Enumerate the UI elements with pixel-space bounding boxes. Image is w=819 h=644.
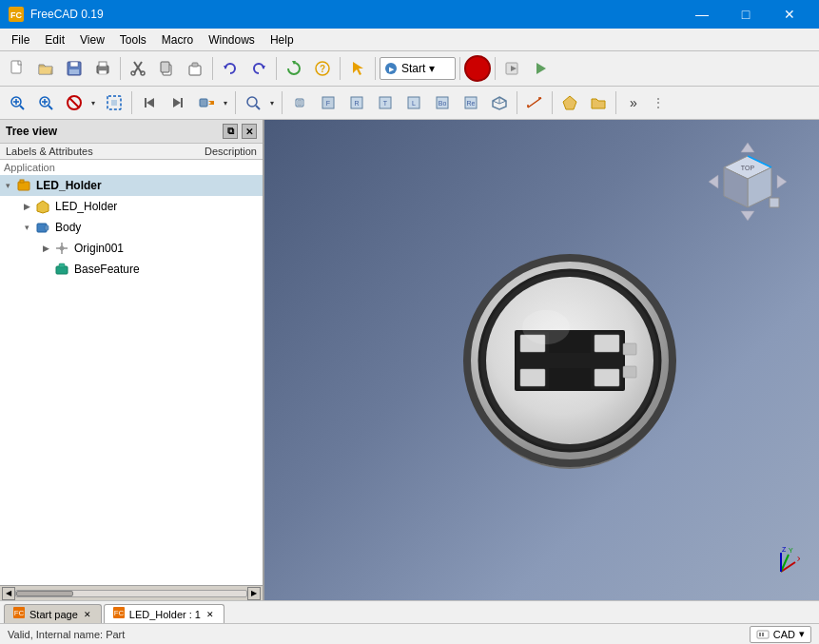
axis-indicator: X Y Z bbox=[762, 543, 800, 581]
folder-button[interactable] bbox=[585, 89, 612, 116]
menu-windows[interactable]: Windows bbox=[201, 31, 263, 49]
tree-item-led-holder-root[interactable]: ▾ LED_Holder bbox=[0, 175, 263, 196]
sync-button[interactable] bbox=[193, 89, 220, 116]
toolbar-handle[interactable]: ⋮ bbox=[649, 89, 668, 116]
sep-v6 bbox=[615, 91, 616, 114]
copy-button[interactable] bbox=[153, 55, 180, 82]
svg-rect-7 bbox=[99, 62, 107, 67]
tree-item-base-feature[interactable]: BaseFeature bbox=[0, 259, 263, 280]
scroll-thumb[interactable] bbox=[16, 591, 73, 596]
menu-edit[interactable]: Edit bbox=[37, 31, 72, 49]
zoom-dropdown-arrow[interactable]: ▾ bbox=[266, 89, 278, 116]
svg-text:Y: Y bbox=[789, 547, 793, 554]
left-view-button[interactable]: L bbox=[400, 89, 427, 116]
tab-start-page[interactable]: FC Start page ✕ bbox=[4, 604, 102, 623]
maximize-button[interactable]: □ bbox=[724, 0, 768, 29]
tree-restore-button[interactable]: ⧉ bbox=[223, 124, 238, 139]
svg-text:FC: FC bbox=[10, 10, 22, 20]
menu-macro[interactable]: Macro bbox=[154, 31, 201, 49]
top-view-button[interactable]: T bbox=[372, 89, 399, 116]
tree-item-origin[interactable]: ▶ Origin001 bbox=[0, 238, 263, 259]
help-button[interactable]: ? bbox=[309, 55, 336, 82]
back-button[interactable] bbox=[136, 89, 163, 116]
tree-close-button[interactable]: ✕ bbox=[242, 124, 257, 139]
sep-v3 bbox=[282, 91, 283, 114]
viewport[interactable]: TOP bbox=[264, 120, 819, 600]
print-button[interactable] bbox=[89, 55, 116, 82]
menu-file[interactable]: File bbox=[4, 31, 37, 49]
tree-expand-led-holder-child[interactable]: ▶ bbox=[19, 199, 34, 214]
undo-button[interactable] bbox=[217, 55, 244, 82]
svg-rect-72 bbox=[20, 180, 24, 183]
front-view-button[interactable]: F bbox=[315, 89, 341, 116]
iso-view-button[interactable] bbox=[486, 89, 513, 116]
tree-label-origin: Origin001 bbox=[74, 242, 124, 255]
svg-text:Bo: Bo bbox=[439, 100, 447, 107]
tree-item-led-holder-child[interactable]: ▶ LED_Holder bbox=[0, 196, 263, 217]
cad-indicator[interactable]: CAD ▾ bbox=[750, 626, 811, 643]
sep5 bbox=[375, 57, 376, 80]
svg-text:Z: Z bbox=[782, 546, 787, 553]
rear-view-button[interactable]: Re bbox=[458, 89, 484, 116]
tree-view-title: Tree view bbox=[6, 125, 57, 138]
measure-button[interactable] bbox=[521, 89, 548, 116]
bottom-view-button[interactable]: Bo bbox=[429, 89, 456, 116]
zoom-dropdown-button[interactable] bbox=[240, 89, 266, 116]
tree-expand-led-holder[interactable]: ▾ bbox=[0, 178, 15, 193]
svg-rect-44 bbox=[200, 99, 207, 107]
refresh-button[interactable] bbox=[281, 55, 307, 82]
forward-button[interactable] bbox=[165, 89, 191, 116]
status-text: Valid, Internal name: Part bbox=[8, 629, 125, 640]
toolbar2: ▾ ▾ ▾ bbox=[0, 87, 819, 119]
paste-button[interactable] bbox=[182, 55, 208, 82]
nav-cube[interactable]: TOP bbox=[705, 139, 790, 224]
tab-led-holder[interactable]: FC LED_Holder : 1 ✕ bbox=[104, 604, 224, 623]
window-controls: — □ ✕ bbox=[680, 0, 811, 29]
scroll-left-button[interactable]: ◀ bbox=[2, 587, 15, 600]
new-button[interactable] bbox=[4, 55, 30, 82]
close-button[interactable]: ✕ bbox=[768, 0, 811, 29]
tab-start-close[interactable]: ✕ bbox=[82, 609, 93, 620]
svg-marker-17 bbox=[224, 66, 227, 69]
home-view-button[interactable] bbox=[286, 89, 313, 116]
tab-led-close[interactable]: ✕ bbox=[205, 609, 216, 620]
cut-button[interactable] bbox=[125, 55, 151, 82]
arrow-button[interactable] bbox=[344, 55, 371, 82]
redo-button[interactable] bbox=[245, 55, 272, 82]
tree-expand-body[interactable]: ▾ bbox=[19, 220, 34, 235]
scroll-track[interactable] bbox=[15, 590, 247, 597]
svg-rect-8 bbox=[99, 70, 107, 74]
workbench-dropdown[interactable]: ▶ Start ▾ bbox=[380, 57, 456, 80]
shape-button[interactable] bbox=[556, 89, 583, 116]
open-button[interactable] bbox=[32, 55, 59, 82]
svg-line-66 bbox=[499, 101, 506, 104]
save-button[interactable] bbox=[61, 55, 88, 82]
box-select-button[interactable] bbox=[101, 89, 127, 116]
tree-scrollbar: ◀ ▶ bbox=[0, 585, 263, 600]
menu-help[interactable]: Help bbox=[263, 31, 302, 49]
svg-marker-40 bbox=[146, 98, 154, 107]
svg-marker-73 bbox=[37, 201, 49, 213]
no-dropdown[interactable]: ▾ bbox=[88, 89, 99, 116]
menu-tools[interactable]: Tools bbox=[112, 31, 154, 49]
record-button[interactable] bbox=[464, 55, 491, 82]
zoom-fit-button[interactable] bbox=[4, 89, 30, 116]
svg-text:?: ? bbox=[320, 64, 325, 74]
tree-expand-origin[interactable]: ▶ bbox=[38, 241, 53, 256]
window-title: FreeCAD 0.19 bbox=[30, 8, 680, 21]
more-button[interactable]: » bbox=[620, 89, 647, 116]
scroll-right-button[interactable]: ▶ bbox=[247, 587, 261, 600]
tree-item-body[interactable]: ▾ Body bbox=[0, 217, 263, 238]
minimize-button[interactable]: — bbox=[680, 0, 724, 29]
sync-dropdown[interactable]: ▾ bbox=[220, 89, 231, 116]
zoom-in-button[interactable] bbox=[32, 89, 59, 116]
play-button[interactable] bbox=[499, 55, 526, 82]
tree-icon-origin bbox=[53, 240, 70, 257]
no-button[interactable] bbox=[61, 89, 88, 116]
svg-rect-118 bbox=[759, 633, 761, 636]
right-view-button[interactable]: R bbox=[343, 89, 370, 116]
svg-text:L: L bbox=[412, 100, 416, 107]
menu-view[interactable]: View bbox=[72, 31, 112, 49]
svg-rect-5 bbox=[69, 69, 79, 74]
play-btn2[interactable] bbox=[528, 55, 555, 82]
